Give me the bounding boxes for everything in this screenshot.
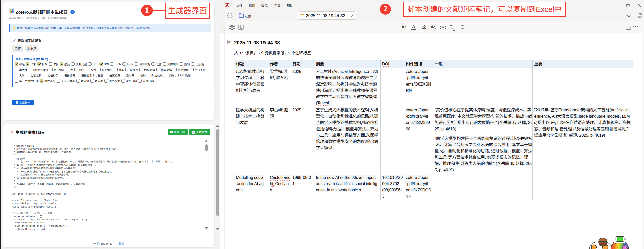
svg-text:„: „: [453, 27, 455, 31]
svg-text:A: A: [431, 25, 434, 29]
svg-text:“: “: [450, 24, 452, 28]
